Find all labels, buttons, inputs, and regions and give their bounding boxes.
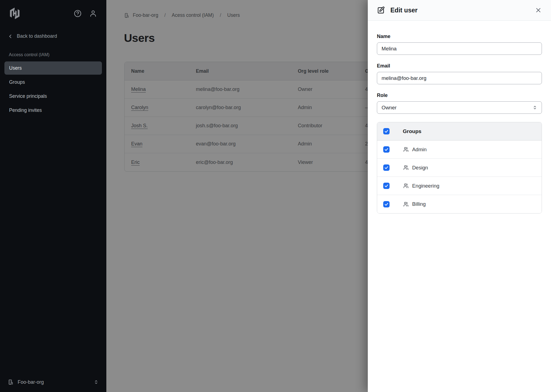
sidebar-item-label: Service principals <box>9 93 47 99</box>
sidebar-item-groups[interactable]: Groups <box>4 75 102 89</box>
role-select-value: Owner <box>382 105 397 111</box>
group-label: Engineering <box>412 183 439 189</box>
sidebar-item-pending-invites[interactable]: Pending invites <box>4 104 102 117</box>
groups-header-label: Groups <box>403 128 422 134</box>
email-field-group: Email <box>377 63 542 84</box>
sidebar-item-users[interactable]: Users <box>4 61 102 75</box>
sidebar-item-label: Pending invites <box>9 107 42 113</box>
group-row-billing: Billing <box>377 195 542 213</box>
sidebar-item-service-principals[interactable]: Service principals <box>4 90 102 103</box>
back-to-dashboard-link[interactable]: Back to dashboard <box>8 33 106 39</box>
users-icon <box>403 183 409 189</box>
group-checkbox[interactable] <box>383 164 390 171</box>
group-checkbox[interactable] <box>383 183 390 189</box>
group-label: Design <box>412 165 428 171</box>
drawer-body: Name Email Role Owner <box>368 21 551 213</box>
users-icon <box>403 147 409 152</box>
email-input[interactable] <box>377 72 542 84</box>
sidebar-item-label: Users <box>9 65 22 71</box>
email-field-label: Email <box>377 63 542 69</box>
sidebar: Back to dashboard Access control (IAM) U… <box>0 0 106 392</box>
group-row-engineering: Engineering <box>377 177 542 195</box>
caret-sort-icon <box>93 379 99 385</box>
help-button[interactable] <box>73 9 82 18</box>
sidebar-nav: Users Groups Service principals Pending … <box>4 61 102 118</box>
drawer-header: Edit user <box>368 0 551 21</box>
users-icon <box>403 165 409 171</box>
hashicorp-logo <box>8 7 21 20</box>
sidebar-section-label: Access control (IAM) <box>9 52 106 57</box>
name-input[interactable] <box>377 42 542 55</box>
group-label: Admin <box>412 147 426 153</box>
building-icon <box>8 379 14 385</box>
help-icon <box>74 9 82 18</box>
users-icon <box>403 201 409 207</box>
group-row-admin: Admin <box>377 140 542 159</box>
sidebar-item-label: Groups <box>9 79 25 85</box>
close-button[interactable] <box>534 6 543 15</box>
org-switcher-label: Foo-bar-org <box>18 379 44 385</box>
group-label: Billing <box>412 201 426 207</box>
user-icon <box>89 9 97 18</box>
drawer-title: Edit user <box>390 7 417 14</box>
select-all-checkbox[interactable] <box>383 128 390 134</box>
role-select[interactable]: Owner <box>377 101 542 114</box>
caret-sort-icon <box>532 105 538 110</box>
group-checkbox[interactable] <box>383 146 390 153</box>
edit-icon <box>377 6 385 15</box>
groups-header-row: Groups <box>377 122 542 140</box>
group-checkbox[interactable] <box>383 201 390 207</box>
close-icon <box>535 7 542 13</box>
account-button[interactable] <box>89 9 98 18</box>
role-field-group: Role Owner <box>377 93 542 114</box>
app-window: Back to dashboard Access control (IAM) U… <box>0 0 551 392</box>
name-field-group: Name <box>377 34 542 55</box>
name-field-label: Name <box>377 34 542 39</box>
role-field-label: Role <box>377 93 542 98</box>
edit-user-drawer: Edit user Name Email Role <box>368 0 551 392</box>
groups-checklist: Groups Admin <box>377 122 542 213</box>
org-switcher[interactable]: Foo-bar-org <box>8 379 99 385</box>
back-to-dashboard-label: Back to dashboard <box>17 33 57 39</box>
chevron-left-icon <box>8 34 13 39</box>
sidebar-top-bar <box>0 0 106 20</box>
group-row-design: Design <box>377 159 542 177</box>
